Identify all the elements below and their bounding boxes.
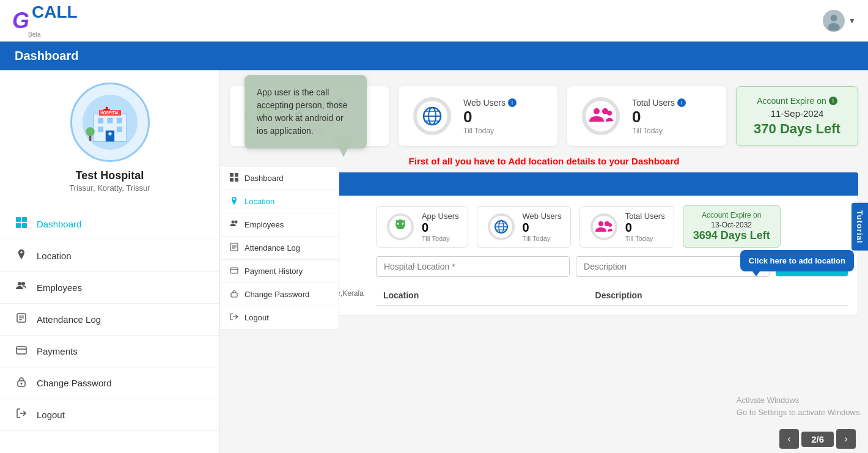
top-nav: G CALL Beta ▼ — [0, 0, 868, 42]
sidebar-label-dashboard: Dashboard — [37, 219, 81, 229]
svg-point-18 — [86, 127, 94, 136]
sidebar-label-location: Location — [37, 251, 72, 261]
svg-point-50 — [584, 99, 618, 133]
svg-rect-80 — [235, 178, 238, 182]
loc-expire-label: Account Expire on — [702, 211, 761, 219]
svg-rect-78 — [235, 173, 238, 177]
svg-rect-8 — [98, 127, 103, 132]
sidebar-label-change-password: Change Password — [37, 378, 112, 388]
total-users-circle — [579, 95, 622, 138]
inner-sidebar-attendance[interactable]: Attendance Log — [220, 237, 339, 260]
inner-label-logout: Logout — [245, 313, 269, 322]
svg-point-52 — [594, 108, 600, 114]
sidebar-label-employees: Employees — [37, 282, 82, 293]
svg-rect-9 — [116, 127, 122, 132]
inner-sidebar-employees[interactable]: Employees — [220, 213, 339, 237]
inner-sidebar-payment-history[interactable]: Payment History — [220, 260, 339, 283]
tutorial-label: Tutorial — [855, 210, 864, 243]
next-page-button[interactable]: › — [836, 429, 856, 449]
loc-stat-web-users: Web Users 0 Till Today — [477, 206, 571, 248]
svg-point-32 — [21, 383, 23, 385]
loc-web-users-value: 0 — [523, 221, 562, 235]
loc-total-users-info: Total Users 0 Till Today — [625, 212, 665, 242]
prev-page-button[interactable]: ‹ — [779, 429, 799, 449]
svg-point-54 — [607, 111, 612, 116]
main-layout: HOSPITAL Test Hospital Trissur, Koratty,… — [0, 70, 868, 453]
total-users-label: Total Users — [632, 98, 675, 108]
svg-point-23 — [18, 282, 21, 285]
add-location-tooltip[interactable]: Click here to add location — [740, 250, 854, 271]
content-area: App user is the call accepting person, t… — [220, 70, 868, 453]
loc-stats-row: App Users 0 Till Today — [376, 205, 848, 248]
web-users-value: 0 — [463, 108, 517, 127]
loc-stat-total-users: Total Users 0 Till Today — [579, 206, 674, 248]
hospital-location-input[interactable] — [376, 256, 570, 277]
svg-rect-22 — [22, 223, 27, 228]
total-users-sub: Till Today — [632, 127, 686, 135]
svg-rect-89 — [231, 293, 237, 297]
inner-label-change-password: Change Password — [245, 290, 309, 299]
web-users-info-icon[interactable]: i — [508, 98, 517, 107]
sidebar-label-payments: Payments — [37, 346, 78, 356]
inner-logout-icon — [230, 312, 238, 323]
dashboard-header: Dashboard — [0, 42, 868, 70]
loc-expire-card: Account Expire on 13-Oct-2032 3694 Days … — [683, 205, 781, 248]
avatar — [823, 10, 845, 32]
sidebar-item-dashboard[interactable]: Dashboard — [0, 208, 219, 240]
logo-g: G — [12, 8, 29, 34]
tooltip-popup: App user is the call accepting person, t… — [245, 75, 367, 149]
inner-label-location: Location — [245, 197, 274, 206]
inner-sidebar-location[interactable]: Location — [220, 190, 339, 213]
inner-sidebar: Dashboard Location Employees Attendance … — [220, 167, 339, 330]
svg-point-81 — [232, 221, 235, 224]
svg-rect-16 — [108, 133, 111, 134]
user-menu[interactable]: ▼ — [823, 10, 856, 32]
sidebar-item-change-password[interactable]: Change Password — [0, 367, 219, 399]
svg-rect-7 — [116, 118, 122, 123]
svg-point-24 — [21, 282, 25, 285]
warning-message: First of all you have to Add location de… — [230, 156, 858, 166]
expire-card: Account Expire on i 11-Sep-2024 370 Days… — [736, 86, 858, 146]
loc-web-users-label: Web Users — [523, 212, 562, 221]
expire-days: 370 Days Left — [754, 121, 840, 137]
svg-point-61 — [402, 223, 403, 224]
svg-rect-19 — [16, 217, 21, 222]
inner-label-employees: Employees — [245, 220, 284, 229]
loc-app-users-value: 0 — [422, 221, 459, 235]
sidebar-item-logout[interactable]: Logout — [0, 399, 219, 431]
loc-web-users-circle — [486, 212, 517, 242]
logo-beta: Beta — [28, 32, 78, 38]
inner-attendance-icon — [230, 243, 238, 253]
lock-icon — [15, 376, 28, 390]
location-icon — [15, 249, 28, 263]
sidebar-item-attendance[interactable]: Attendance Log — [0, 304, 219, 336]
inner-label-payment-history: Payment History — [245, 267, 303, 276]
expire-info-icon[interactable]: i — [829, 97, 837, 105]
svg-point-76 — [608, 223, 612, 227]
inner-sidebar-dashboard[interactable]: Dashboard — [220, 167, 339, 190]
inner-employees-icon — [230, 219, 238, 230]
expire-label-text: Account Expire on — [757, 96, 826, 106]
svg-rect-79 — [230, 178, 234, 182]
tutorial-button[interactable]: Tutorial — [851, 202, 868, 251]
tooltip-arrow — [333, 135, 355, 157]
inner-sidebar-logout[interactable]: Logout — [220, 306, 339, 330]
loc-app-users-info: App Users 0 Till Today — [422, 212, 459, 242]
inner-payment-icon — [230, 266, 238, 276]
total-users-info: Total Users i 0 Till Today — [632, 98, 686, 135]
inner-label-attendance: Attendance Log — [245, 243, 300, 252]
sidebar: HOSPITAL Test Hospital Trissur, Koratty,… — [0, 70, 220, 453]
sidebar-item-employees[interactable]: Employees — [0, 272, 219, 304]
sidebar-item-location[interactable]: Location — [0, 240, 219, 272]
sidebar-nav: Dashboard Location Employees — [0, 208, 219, 431]
hospital-name: Test Hospital — [76, 169, 144, 182]
total-users-info-icon[interactable]: i — [677, 98, 686, 107]
hospital-address: Trissur, Koratty, Trissur — [69, 183, 150, 193]
location-right: App Users 0 Till Today — [376, 205, 848, 306]
col-description: Description — [588, 285, 848, 306]
logo: G CALL Beta — [12, 4, 78, 38]
svg-rect-20 — [22, 217, 27, 222]
sidebar-item-payments[interactable]: Payments — [0, 336, 219, 367]
expire-date: 11-Sep-2024 — [771, 108, 824, 119]
inner-sidebar-change-password[interactable]: Change Password — [220, 283, 339, 306]
